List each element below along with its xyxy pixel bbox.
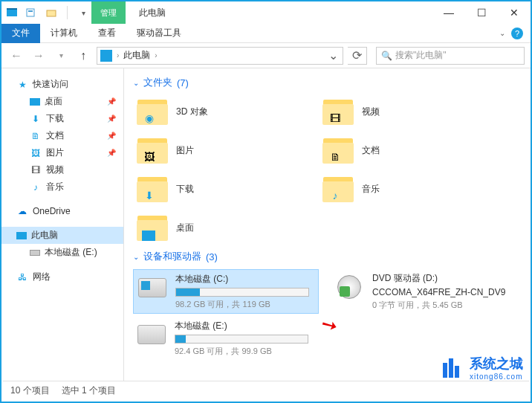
sidebar-pictures[interactable]: 🖼 图片 📌	[1, 144, 123, 161]
address-bar: ← → ▾ ↑ › 此电脑 › ⌄ ⟳ 🔍 搜索"此电脑"	[1, 43, 531, 68]
sidebar-quick-access[interactable]: ★ 快速访问	[1, 76, 123, 93]
sidebar-label: 图片	[46, 146, 64, 159]
this-pc-icon	[100, 50, 112, 62]
folder-music[interactable]: ♪ 音乐	[319, 170, 505, 208]
sidebar-label: 快速访问	[33, 78, 68, 91]
ribbon-expand-icon[interactable]: ⌄	[499, 29, 505, 37]
sidebar-label: 音乐	[46, 181, 64, 193]
status-selected-count: 选中 1 个项目	[62, 384, 116, 397]
close-button[interactable]: ✕	[498, 1, 531, 24]
onedrive-icon: ☁	[16, 205, 28, 217]
downloads-icon: ⬇	[30, 113, 42, 125]
qat-properties-icon[interactable]	[22, 4, 39, 21]
folder-documents[interactable]: 🗎 文档	[319, 131, 505, 170]
main-area: ★ 快速访问 桌面 📌 ⬇ 下载 📌 🗎 文档 📌 🖼 图片 📌 🎞 视频	[1, 68, 531, 381]
documents-icon: 🗎	[30, 130, 42, 142]
pin-icon: 📌	[107, 132, 116, 140]
sidebar-videos[interactable]: 🎞 视频	[1, 161, 123, 178]
view-tab[interactable]: 查看	[88, 24, 126, 43]
group-count: (7)	[177, 77, 189, 88]
folder-pictures[interactable]: 🖼 图片	[133, 131, 319, 170]
group-label: 设备和驱动器	[143, 250, 201, 263]
sidebar-network[interactable]: 🖧 网络	[1, 268, 123, 286]
breadcrumb-chevron[interactable]: ›	[155, 51, 157, 59]
forward-button[interactable]: →	[30, 47, 48, 65]
drive-stats: 0 字节 可用，共 5.45 GB	[372, 300, 513, 311]
breadcrumb-this-pc[interactable]: 此电脑	[123, 49, 150, 62]
svg-rect-0	[7, 10, 17, 16]
status-bar: 10 个项目 选中 1 个项目	[3, 381, 529, 400]
sidebar-downloads[interactable]: ⬇ 下载 📌	[1, 110, 123, 127]
qat-customize-dropdown[interactable]: ▾	[75, 4, 91, 21]
sidebar-label: 桌面	[45, 95, 62, 108]
folder-label: 音乐	[362, 183, 380, 196]
minimize-button[interactable]: —	[432, 1, 465, 24]
folder-icon	[136, 213, 169, 242]
breadcrumb-chevron[interactable]: ›	[117, 51, 119, 59]
sidebar-this-pc[interactable]: 此电脑	[1, 227, 123, 244]
back-button[interactable]: ←	[7, 47, 25, 65]
dvd-icon	[334, 272, 365, 302]
sidebar-documents[interactable]: 🗎 文档 📌	[1, 127, 123, 144]
capacity-bar	[175, 335, 308, 344]
folder-3d-objects[interactable]: ◉ 3D 对象	[133, 92, 319, 131]
folder-desktop[interactable]: 桌面	[133, 208, 319, 247]
file-tab[interactable]: 文件	[1, 24, 40, 43]
drive-tools-tab[interactable]: 驱动器工具	[126, 24, 192, 43]
search-input[interactable]: 🔍 搜索"此电脑"	[376, 47, 525, 65]
folder-downloads[interactable]: ⬇ 下载	[133, 170, 319, 208]
search-icon: 🔍	[381, 51, 392, 61]
drive-label: 本地磁盘 (E:)	[175, 320, 316, 332]
search-placeholder: 搜索"此电脑"	[395, 49, 447, 62]
svg-rect-1	[7, 8, 17, 10]
group-label: 文件夹	[143, 76, 172, 89]
sidebar-desktop[interactable]: 桌面 📌	[1, 93, 123, 110]
folder-icon: ⬇	[136, 174, 169, 204]
ribbon-tabs: 文件 计算机 查看 驱动器工具 ⌄ ?	[1, 24, 531, 43]
folder-videos[interactable]: 🎞 视频	[319, 92, 505, 131]
qat-new-folder-icon[interactable]	[43, 4, 59, 21]
computer-tab[interactable]: 计算机	[40, 24, 88, 43]
chevron-down-icon: ⌄	[133, 79, 139, 87]
sidebar-local-disk-e[interactable]: 本地磁盘 (E:)	[1, 244, 123, 261]
sidebar-label: 文档	[46, 129, 64, 142]
recent-dropdown[interactable]: ▾	[52, 47, 70, 65]
sidebar-label: 视频	[46, 164, 64, 176]
videos-icon: 🎞	[30, 164, 42, 176]
group-devices-header[interactable]: ⌄ 设备和驱动器 (3)	[133, 247, 522, 266]
svg-rect-5	[443, 363, 447, 378]
window-title: 此电脑	[139, 7, 166, 19]
drive-label: DVD 驱动器 (D:)	[372, 272, 513, 285]
address-box[interactable]: › 此电脑 › ⌄	[97, 47, 343, 65]
address-history-dropdown[interactable]: ⌄	[326, 48, 340, 62]
disk-icon	[30, 250, 40, 256]
folder-icon: 🎞	[322, 97, 354, 126]
contextual-tab-header: 管理	[91, 1, 126, 24]
drive-stats: 92.4 GB 可用，共 99.9 GB	[175, 346, 316, 357]
watermark: 系统之城 xitong86.com	[440, 355, 523, 381]
folder-label: 文档	[362, 144, 380, 157]
folders-grid: ◉ 3D 对象 🎞 视频 🖼 图片 🗎 文档 ⬇ 下载 ♪ 音乐	[133, 92, 522, 247]
group-folders-header[interactable]: ⌄ 文件夹 (7)	[133, 73, 522, 92]
drive-d-dvd[interactable]: DVD 驱动器 (D:) CCCOMA_X64FRE_ZH-CN_DV9 0 字…	[331, 269, 516, 314]
drive-c[interactable]: 本地磁盘 (C:) 98.2 GB 可用，共 119 GB	[133, 269, 319, 314]
sidebar-music[interactable]: ♪ 音乐	[1, 178, 123, 196]
svg-rect-6	[449, 358, 453, 378]
sidebar-label: 此电脑	[31, 229, 58, 242]
chevron-down-icon: ⌄	[133, 253, 139, 261]
refresh-button[interactable]: ⟳	[348, 47, 367, 65]
maximize-button[interactable]: ☐	[465, 1, 498, 24]
up-button[interactable]: ↑	[74, 47, 92, 65]
drive-e[interactable]: 本地磁盘 (E:) 92.4 GB 可用，共 99.9 GB	[133, 317, 319, 360]
folder-icon: 🖼	[136, 135, 169, 165]
watermark-title: 系统之城	[470, 355, 523, 373]
svg-rect-3	[28, 10, 33, 12]
this-pc-icon	[16, 232, 27, 239]
music-icon: ♪	[30, 181, 42, 193]
disk-icon	[137, 273, 168, 303]
folder-icon: 🗎	[322, 135, 354, 165]
sidebar-onedrive[interactable]: ☁ OneDrive	[1, 203, 123, 219]
help-icon[interactable]: ?	[511, 28, 523, 39]
capacity-bar	[175, 288, 309, 297]
folder-label: 下载	[176, 183, 194, 196]
